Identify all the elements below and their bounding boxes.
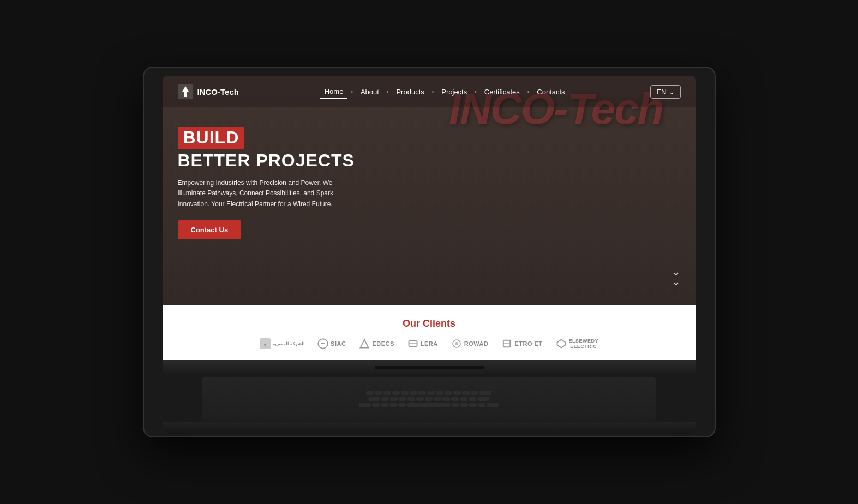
nav-dot-4: • (473, 89, 478, 95)
svg-marker-6 (361, 340, 369, 348)
key (462, 391, 470, 395)
scroll-down-chevron[interactable]: ⌄ ⌄ (671, 265, 681, 289)
client-icon-edecs (359, 338, 370, 349)
key (469, 403, 477, 407)
key (471, 391, 478, 395)
client-icon-siac (317, 338, 328, 349)
nav-dot-3: • (431, 89, 435, 95)
nav-dot-1: • (350, 89, 354, 95)
main-navigation: INCO-Tech Home • About • (163, 76, 696, 107)
key (410, 391, 417, 395)
nav-home[interactable]: Home (320, 85, 348, 99)
key (381, 403, 388, 407)
client-logo-text-rowad: ROWAD (464, 340, 489, 347)
keyboard-row-1 (366, 391, 491, 395)
key (359, 403, 371, 407)
key (383, 391, 391, 395)
language-selector[interactable]: EN ⌄ (650, 85, 680, 99)
client-icon-lera (407, 338, 418, 349)
site-logo[interactable]: INCO-Tech (178, 84, 239, 99)
keyboard-row-3 (359, 403, 499, 407)
key (392, 391, 400, 395)
key (375, 391, 382, 395)
client-logo-lera: LERA (407, 338, 438, 349)
client-logo-siac: SIAC (317, 338, 346, 349)
client-logo-text-edecs: EDECS (372, 340, 394, 347)
key (366, 391, 374, 395)
client-icon-etro (501, 338, 512, 349)
key (469, 397, 476, 401)
key (487, 403, 499, 407)
key (460, 397, 467, 401)
svg-text:ح: ح (264, 343, 267, 347)
client-logo-text-etro: ETRO·ET (514, 340, 542, 347)
key (425, 397, 433, 401)
client-icon-rowad (451, 338, 462, 349)
logo-icon (178, 84, 193, 99)
client-logo-edecs: EDECS (359, 338, 394, 349)
chevron-icon-2: ⌄ (671, 274, 681, 289)
logo-text: INCO-Tech (197, 87, 239, 97)
laptop-hinge (375, 366, 484, 369)
key (368, 397, 380, 401)
hero-subtitle: Empowering Industries with Precision and… (178, 178, 352, 209)
client-logo-arabic: ح الشركة المصرية (260, 338, 304, 349)
hero-highlight: BUILD (178, 127, 245, 149)
key (427, 391, 435, 395)
key (398, 403, 406, 407)
key (460, 403, 468, 407)
key (401, 391, 409, 395)
nav-projects[interactable]: Projects (437, 86, 471, 98)
clients-section: Our Clients ح الشركة المصرية (163, 305, 696, 360)
nav-contacts[interactable]: Contacts (532, 86, 569, 98)
svg-point-10 (455, 342, 458, 345)
clients-title: Our Clients (178, 318, 681, 329)
chevron-down-icon: ⌄ (669, 88, 675, 96)
key (381, 397, 389, 401)
key (416, 397, 424, 401)
client-logo-rowad: ROWAD (451, 338, 489, 349)
nav-dot-5: • (526, 89, 531, 95)
key (451, 397, 459, 401)
key (407, 397, 415, 401)
spacebar-key (407, 403, 451, 407)
nav-links: Home • About • Products • (320, 85, 569, 99)
key (390, 397, 398, 401)
hero-content: BUILD BETTER PROJECTS Empowering Industr… (163, 107, 696, 305)
key (442, 397, 450, 401)
laptop-base (163, 360, 696, 375)
key (452, 403, 459, 407)
contact-us-button[interactable]: Contact Us (178, 220, 242, 239)
nav-certificates[interactable]: Certificates (480, 86, 524, 98)
key (436, 391, 443, 395)
client-icon-arabic: ح (260, 338, 271, 349)
key (453, 391, 461, 395)
keyboard-area (202, 377, 656, 421)
key (389, 403, 397, 407)
nav-dot-2: • (386, 89, 390, 95)
key (477, 397, 489, 401)
key (418, 391, 426, 395)
client-logo-text-arabic: الشركة المصرية (273, 341, 304, 346)
keyboard-row-2 (368, 397, 489, 401)
key (479, 391, 491, 395)
key (399, 397, 406, 401)
clients-logos-row: ح الشركة المصرية SIAC (178, 338, 681, 349)
key (434, 397, 441, 401)
key (372, 403, 380, 407)
nav-about[interactable]: About (356, 86, 383, 98)
client-logo-etro: ETRO·ET (501, 338, 542, 349)
client-icon-elsewedy (556, 338, 567, 349)
laptop-stand (163, 422, 696, 434)
client-logo-elsewedy: ELSEWEDYELECTRIC (556, 338, 599, 349)
hero-title: BETTER PROJECTS (178, 151, 681, 170)
client-logo-text-lera: LERA (421, 340, 438, 347)
nav-products[interactable]: Products (392, 86, 428, 98)
key (478, 403, 485, 407)
svg-marker-13 (557, 340, 565, 348)
client-logo-text-elsewedy: ELSEWEDYELECTRIC (569, 338, 599, 349)
key (445, 391, 452, 395)
client-logo-text-siac: SIAC (331, 340, 346, 347)
